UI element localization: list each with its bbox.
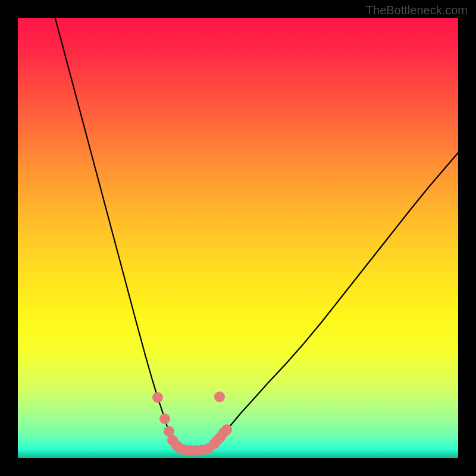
watermark-text: TheBottleneck.com [366,4,468,17]
chart-svg [18,18,458,458]
chart-plot-area [18,18,458,458]
marker-group [152,392,232,456]
salmon-dot [221,424,232,435]
salmon-dot [159,414,170,424]
right-curve [208,146,464,449]
left-curve [54,12,182,449]
salmon-dot [152,392,163,403]
salmon-dot [214,392,225,402]
